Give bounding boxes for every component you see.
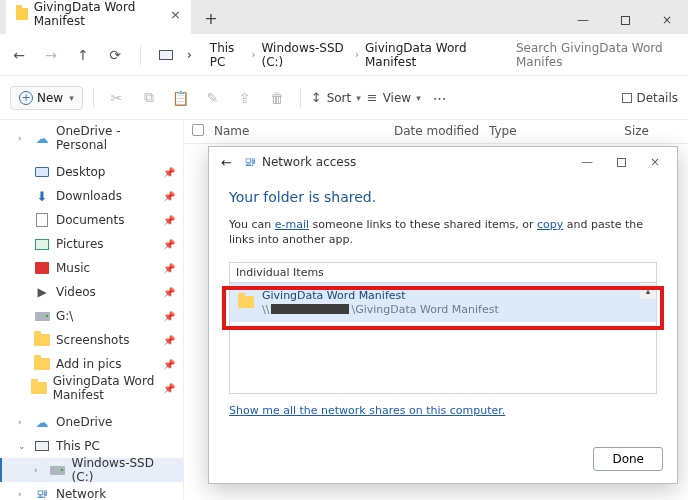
dialog-title: Network access xyxy=(262,155,356,169)
network-icon: 🖳 xyxy=(242,155,258,169)
details-label: Details xyxy=(636,91,678,105)
sidebar-item-gdmanifest[interactable]: GivingData Word Manifest📌 xyxy=(0,376,183,400)
pin-icon: 📌 xyxy=(163,287,175,298)
chevron-right-icon: › xyxy=(18,133,28,143)
crumb-this-pc[interactable]: This PC xyxy=(210,41,246,69)
sidebar-item-onedrive-personal[interactable]: › ☁ OneDrive - Personal xyxy=(0,126,183,150)
folder-icon xyxy=(16,8,28,20)
individual-items-label: Individual Items xyxy=(229,262,657,282)
drive-icon xyxy=(50,466,65,475)
scroll-up-button[interactable]: ▴ xyxy=(640,283,656,299)
copy-link[interactable]: copy xyxy=(537,218,563,231)
view-button[interactable]: ≡ View ▾ xyxy=(367,90,421,105)
up-button[interactable]: ↑ xyxy=(72,44,94,66)
download-icon: ⬇ xyxy=(34,189,50,203)
view-icon: ≡ xyxy=(367,90,378,105)
dialog-back-button[interactable]: ← xyxy=(215,155,238,170)
sidebar-item-network[interactable]: ›🖳Network xyxy=(0,482,183,500)
pin-icon: 📌 xyxy=(163,311,175,322)
sort-label: Sort xyxy=(327,91,352,105)
close-tab-icon[interactable]: × xyxy=(170,7,181,22)
chevron-right-icon: › xyxy=(18,417,28,427)
minimize-button[interactable]: — xyxy=(562,6,604,34)
col-name[interactable]: Name xyxy=(214,124,394,139)
cloud-icon: ☁ xyxy=(34,415,50,429)
show-all-shares-link[interactable]: Show me all the network shares on this c… xyxy=(229,404,657,417)
sidebar-label: Desktop xyxy=(56,165,106,179)
email-link[interactable]: e-mail xyxy=(275,218,309,231)
sidebar-label: G:\ xyxy=(56,309,73,323)
dialog-titlebar: ← 🖳 Network access — × xyxy=(209,147,677,177)
dialog-minimize-button[interactable]: — xyxy=(571,150,603,174)
col-date[interactable]: Date modified xyxy=(394,124,489,139)
plus-icon: + xyxy=(19,91,33,105)
folder-icon xyxy=(34,358,50,370)
share-icon[interactable]: ⇪ xyxy=(232,85,258,111)
select-all-checkbox[interactable] xyxy=(192,124,204,136)
crumb-folder[interactable]: GivingData Word Manifest xyxy=(365,41,492,69)
new-button[interactable]: + New ▾ xyxy=(10,86,83,110)
sidebar-item-this-pc[interactable]: ⌄This PC xyxy=(0,434,183,458)
shared-item[interactable]: GivingData Word Manifest \\\GivingData W… xyxy=(230,283,656,322)
sidebar-item-desktop[interactable]: Desktop📌 xyxy=(0,160,183,184)
sidebar-item-onedrive[interactable]: ›☁OneDrive xyxy=(0,410,183,434)
sidebar-item-documents[interactable]: Documents📌 xyxy=(0,208,183,232)
sidebar-item-gdrive[interactable]: G:\📌 xyxy=(0,304,183,328)
folder-icon xyxy=(31,382,47,394)
pin-icon: 📌 xyxy=(163,239,175,250)
refresh-button[interactable]: ⟳ xyxy=(104,44,126,66)
sidebar-item-screenshots[interactable]: Screenshots📌 xyxy=(0,328,183,352)
column-headers: Name Date modified Type Size xyxy=(184,120,688,144)
dialog-maximize-button[interactable] xyxy=(605,150,637,174)
folder-icon xyxy=(238,296,254,308)
sidebar-label: Documents xyxy=(56,213,124,227)
chevron-down-icon: ⌄ xyxy=(18,441,28,451)
breadcrumb[interactable]: This PC › Windows-SSD (C:) › GivingData … xyxy=(202,41,500,69)
tab-bar: GivingData Word Manifest × + — × xyxy=(0,0,688,34)
sidebar-item-downloads[interactable]: ⬇Downloads📌 xyxy=(0,184,183,208)
pc-icon[interactable] xyxy=(155,44,177,66)
details-button[interactable]: Details xyxy=(622,91,678,105)
sidebar: › ☁ OneDrive - Personal Desktop📌 ⬇Downlo… xyxy=(0,120,184,500)
sidebar-item-videos[interactable]: ▶Videos📌 xyxy=(0,280,183,304)
copy-icon[interactable]: ⧉ xyxy=(136,85,162,111)
dialog-close-button[interactable]: × xyxy=(639,150,671,174)
sidebar-item-pictures[interactable]: Pictures📌 xyxy=(0,232,183,256)
chevron-right-icon: › xyxy=(34,465,44,475)
pin-icon: 📌 xyxy=(163,191,175,202)
col-type[interactable]: Type xyxy=(489,124,589,139)
cut-icon[interactable]: ✂ xyxy=(104,85,130,111)
more-button[interactable]: ⋯ xyxy=(427,85,453,111)
dialog-description: You can e-mail someone links to these sh… xyxy=(229,217,657,248)
sidebar-label: GivingData Word Manifest xyxy=(53,374,157,402)
sidebar-item-addinpics[interactable]: Add in pics📌 xyxy=(0,352,183,376)
toolbar: + New ▾ ✂ ⧉ 📋 ✎ ⇪ 🗑 ↕ Sort ▾ ≡ View ▾ ⋯ … xyxy=(0,76,688,120)
close-window-button[interactable]: × xyxy=(646,6,688,34)
document-icon xyxy=(36,213,48,227)
delete-icon[interactable]: 🗑 xyxy=(264,85,290,111)
shared-item-name: GivingData Word Manifest xyxy=(262,289,499,302)
done-button[interactable]: Done xyxy=(593,447,663,471)
video-icon: ▶ xyxy=(34,285,50,299)
back-button[interactable]: ← xyxy=(8,44,30,66)
pin-icon: 📌 xyxy=(163,383,175,394)
window-tab[interactable]: GivingData Word Manifest × xyxy=(6,0,191,34)
rename-icon[interactable]: ✎ xyxy=(200,85,226,111)
sidebar-item-winssd[interactable]: ›Windows-SSD (C:) xyxy=(0,458,183,482)
shared-item-path: \\\GivingData Word Manifest xyxy=(262,303,499,316)
chevron-down-icon: ▾ xyxy=(69,93,74,103)
new-tab-button[interactable]: + xyxy=(197,4,225,32)
paste-icon[interactable]: 📋 xyxy=(168,85,194,111)
window-controls: — × xyxy=(562,6,688,34)
cloud-icon: ☁ xyxy=(34,131,50,145)
crumb-drive[interactable]: Windows-SSD (C:) xyxy=(261,41,349,69)
search-input[interactable]: Search GivingData Word Manifes xyxy=(510,41,680,69)
col-size[interactable]: Size xyxy=(589,124,649,139)
sidebar-item-music[interactable]: Music📌 xyxy=(0,256,183,280)
forward-button[interactable]: → xyxy=(40,44,62,66)
dialog-heading: Your folder is shared. xyxy=(229,189,657,205)
sort-button[interactable]: ↕ Sort ▾ xyxy=(311,90,361,105)
folder-icon xyxy=(34,334,50,346)
maximize-button[interactable] xyxy=(604,6,646,34)
details-icon xyxy=(622,93,632,103)
